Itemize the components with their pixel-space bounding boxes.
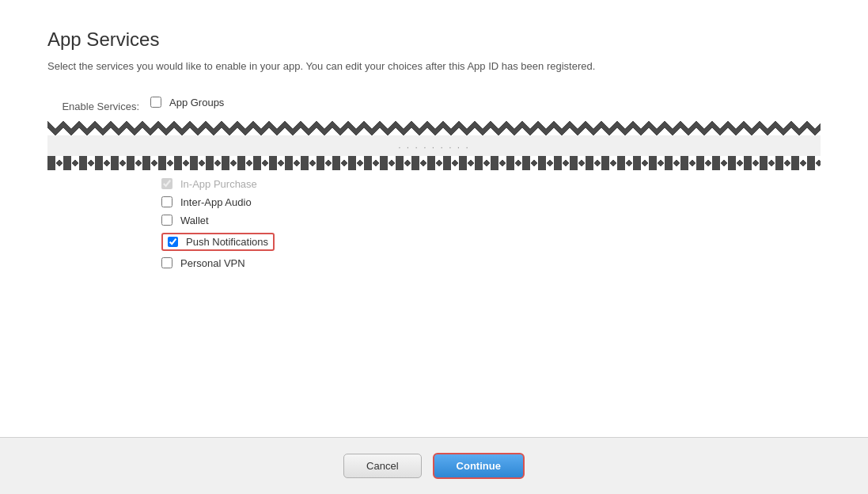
service-item-inter-app-audio: Inter-App Audio <box>161 196 821 208</box>
zigzag-top-container: · · · · · · · · · <box>47 121 821 170</box>
zigzag-top <box>47 121 821 135</box>
service-item-in-app-purchase: In-App Purchase <box>161 178 821 190</box>
app-groups-checkbox[interactable] <box>150 97 161 108</box>
services-list: In-App Purchase Inter-App Audio Wallet P… <box>161 178 821 269</box>
main-content: App Services Select the services you wou… <box>0 0 868 437</box>
service-item-wallet: Wallet <box>161 215 821 226</box>
folded-area: · · · · · · · · · <box>47 135 821 156</box>
app-groups-label[interactable]: App Groups <box>169 97 224 108</box>
enable-services-row: Enable Services: App Groups <box>47 97 821 115</box>
zigzag-bottom <box>47 156 821 170</box>
service-item-personal-vpn: Personal VPN <box>161 257 821 269</box>
personal-vpn-label[interactable]: Personal VPN <box>180 257 245 269</box>
push-notifications-label[interactable]: Push Notifications <box>186 236 268 248</box>
service-item-push-notifications: Push Notifications <box>161 233 275 251</box>
push-notifications-checkbox[interactable] <box>168 237 178 247</box>
in-app-purchase-checkbox[interactable] <box>161 178 172 189</box>
continue-button[interactable]: Continue <box>433 453 525 479</box>
wallet-label[interactable]: Wallet <box>180 215 209 226</box>
folded-text: · · · · · · · · · <box>398 142 470 153</box>
enable-services-label: Enable Services: <box>47 98 150 112</box>
page-title: App Services <box>47 28 821 51</box>
in-app-purchase-label[interactable]: In-App Purchase <box>180 178 257 190</box>
service-item-app-groups: App Groups <box>150 97 224 108</box>
footer-bar: Cancel Continue <box>0 437 868 494</box>
page-description: Select the services you would like to en… <box>47 59 601 74</box>
inter-app-audio-label[interactable]: Inter-App Audio <box>180 196 252 208</box>
inter-app-audio-checkbox[interactable] <box>161 196 172 207</box>
cancel-button[interactable]: Cancel <box>343 454 421 478</box>
wallet-checkbox[interactable] <box>161 215 172 226</box>
personal-vpn-checkbox[interactable] <box>161 257 172 268</box>
